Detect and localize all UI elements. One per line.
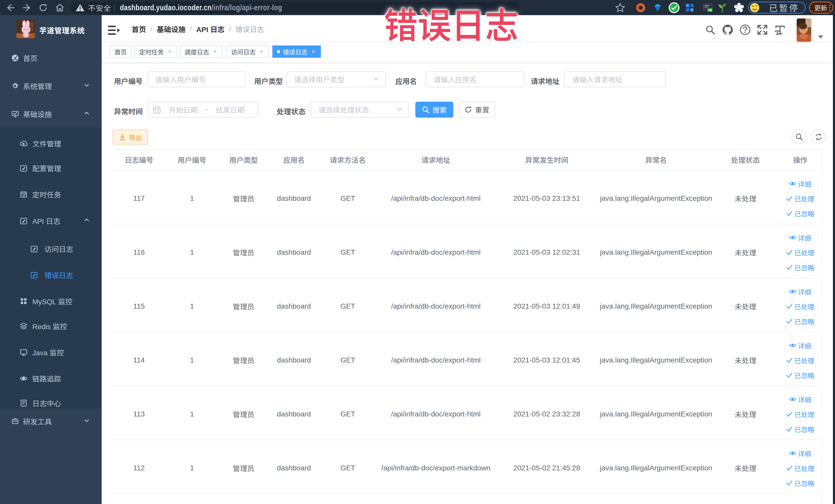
svg-text:off: off [709, 9, 712, 12]
